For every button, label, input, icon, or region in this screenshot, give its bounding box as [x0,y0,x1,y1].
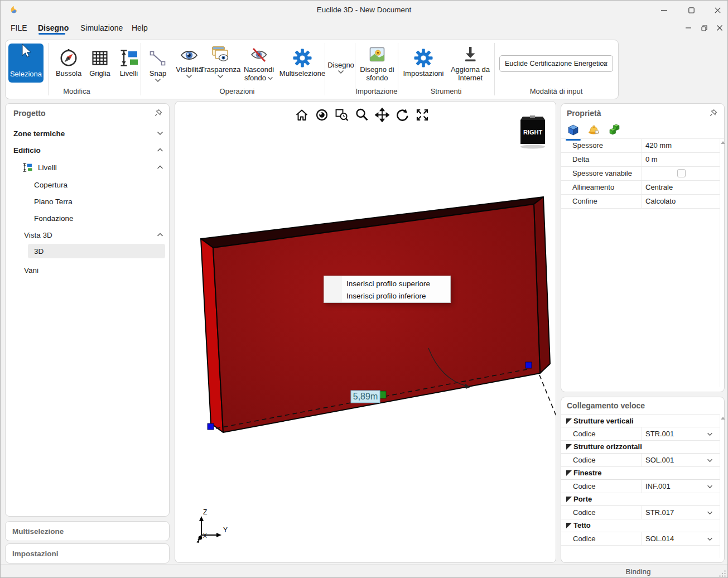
chevron-down-icon[interactable] [707,459,713,463]
rotate-icon[interactable] [395,108,409,122]
snap-button[interactable]: Snap [144,45,172,83]
app-window: Euclide 3D - New Document FILE Disegno S… [0,0,728,578]
tree-item-piano-terra[interactable]: Piano Terra [34,194,73,209]
chevron-down-icon [186,74,192,79]
livelli-button[interactable]: Livelli [115,45,143,78]
menu-item-inserisci-profilo-superiore[interactable]: Inserisci profilo superiore [346,277,430,290]
close-button[interactable] [709,4,726,16]
chevron-up-icon[interactable] [157,233,163,237]
property-row[interactable]: Delta 0 m [561,153,720,167]
ribbon-separator [141,43,141,95]
property-row[interactable]: Spessore 420 mm [561,139,720,153]
fit-view-icon[interactable] [415,108,430,122]
group-expander-icon[interactable] [566,497,572,502]
menu-disegno[interactable]: Disegno [38,23,69,32]
transparency-windows-icon [211,44,230,64]
chevron-down-icon[interactable] [157,131,163,136]
group-row-finestre[interactable]: Finestre [561,467,720,480]
property-row[interactable]: Allineamento Centrale [561,181,720,195]
impostazioni-button[interactable]: Impostazioni [400,45,447,78]
resize-grip[interactable] [719,570,726,577]
trasparenza-button[interactable]: Trasparenza [203,44,238,79]
group-expander-icon[interactable] [566,444,572,450]
code-value[interactable]: SOL.001 [645,456,674,464]
property-value[interactable]: 0 m [645,155,658,163]
menu-file[interactable]: FILE [11,23,27,32]
code-value[interactable]: STR.001 [645,430,674,438]
property-value[interactable]: Calcolato [645,197,676,205]
spessore-variabile-checkbox[interactable] [677,169,686,177]
group-row-strutture-orizzontali[interactable]: Strutture orizzontali [561,441,720,454]
multiselezione-button[interactable]: Multiselezione [277,45,328,78]
mdi-restore-button[interactable] [698,23,710,33]
seleziona-button[interactable]: Seleziona [8,44,44,83]
chevron-down-icon[interactable] [707,537,713,541]
tree-item-zone-termiche[interactable]: Zone termiche [13,126,165,141]
tree-label: Zone termiche [13,129,65,138]
code-row[interactable]: Codice SOL.001 [561,454,720,467]
mdi-close-button[interactable] [713,23,726,33]
aggiorna-button[interactable]: Aggiorna da Internet [447,44,494,82]
disegno-label: Disegno [327,59,354,69]
code-value[interactable]: SOL.014 [645,534,674,543]
group-row-strutture-verticali[interactable]: Strutture verticali [561,415,720,427]
tree-item-edificio[interactable]: Edificio [13,143,165,157]
tree-item-vista-3d[interactable]: Vista 3D [24,228,165,242]
code-row[interactable]: Codice STR.017 [561,506,720,519]
zoom-icon[interactable] [355,108,369,122]
tree-item-3d-selected[interactable]: 3D [28,244,165,258]
orbit-eye-icon[interactable] [315,108,329,122]
scroll-up-icon[interactable] [720,141,726,144]
input-mode-select[interactable]: Euclide Certificazione Energetica [499,55,613,72]
tree-item-fondazione[interactable]: Fondazione [34,211,74,225]
tree-item-copertura[interactable]: Copertura [34,177,68,192]
griglia-button[interactable]: Griglia [86,45,114,78]
mdi-minimize-button[interactable] [682,23,695,33]
home-icon[interactable] [295,108,309,122]
disegno-di-sfondo-button[interactable]: Disegno di sfondo [357,44,397,82]
code-row[interactable]: Codice SOL.014 [561,532,720,546]
scene-3d[interactable]: RIGHT 5,89m [175,102,556,563]
scroll-up-icon[interactable] [720,416,726,420]
chevron-up-icon[interactable] [157,165,163,170]
view-cube[interactable]: RIGHT [520,115,545,149]
multiselezione-panel-bar[interactable]: Multiselezione [5,521,170,541]
group-expander-icon[interactable] [566,418,572,424]
menu-simulazione[interactable]: Simulazione [80,23,123,32]
dimension-label[interactable]: 5,89m [351,391,380,403]
disegno-dropdown-button[interactable]: Disegno [327,59,355,74]
code-row[interactable]: Codice STR.001 [561,427,720,441]
group-row-porte[interactable]: Porte [561,493,720,506]
pin-icon[interactable] [709,109,717,119]
property-row[interactable]: Spessore variabile [561,167,720,181]
code-row[interactable]: Codice INF.001 [561,480,720,493]
property-value[interactable]: Centrale [645,183,673,191]
tree-item-vani[interactable]: Vani [24,263,38,277]
code-value[interactable]: INF.001 [645,482,671,490]
viewport-3d[interactable]: RIGHT 5,89m [175,101,556,563]
vertex-handle-right[interactable] [525,362,532,368]
pan-icon[interactable] [375,108,389,122]
group-expander-icon[interactable] [566,523,572,528]
pin-icon[interactable] [154,109,162,119]
chevron-down-icon[interactable] [707,432,713,436]
minimize-button[interactable] [655,4,672,16]
nascondi-sfondo-button[interactable]: Nascondi sfondo [241,44,277,82]
maximize-button[interactable] [683,4,700,16]
chevron-down-icon[interactable] [707,511,713,515]
menu-item-inserisci-profilo-inferiore[interactable]: Inserisci profilo inferiore [346,290,426,302]
property-row[interactable]: Confine Calcolato [561,195,720,209]
vertex-handle-left[interactable] [208,423,214,430]
gear-icon [293,45,312,68]
code-value[interactable]: STR.017 [645,508,674,517]
menu-help[interactable]: Help [132,23,148,32]
group-expander-icon[interactable] [566,470,572,476]
zoom-window-icon[interactable] [335,108,349,122]
chevron-down-icon[interactable] [707,485,713,489]
tree-item-livelli[interactable]: Livelli [22,160,165,175]
group-row-tetto[interactable]: Tetto [561,519,720,532]
bussola-button[interactable]: Bussola [52,45,85,78]
chevron-up-icon[interactable] [157,148,163,152]
property-value[interactable]: 420 mm [645,141,672,150]
impostazioni-panel-bar[interactable]: Impostazioni [5,543,170,563]
